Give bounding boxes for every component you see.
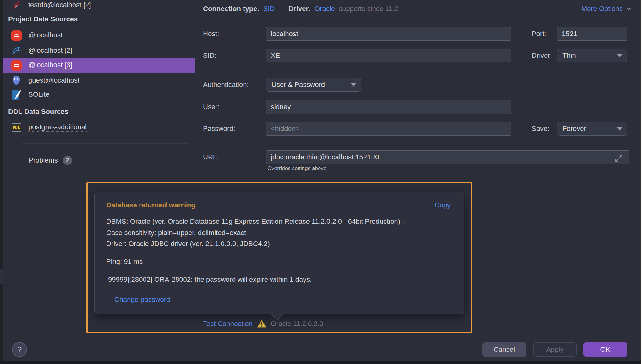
- sidebar-item-label: @localhost: [28, 31, 63, 40]
- authentication-label: Authentication:: [203, 81, 249, 89]
- url-input[interactable]: [266, 150, 629, 164]
- edge-divider: [0, 244, 3, 244]
- apply-button[interactable]: Apply: [533, 342, 577, 357]
- sidebar-item-localhost-2[interactable]: @localhost [2]: [3, 43, 195, 58]
- sidebar-item-label: postgres-additional: [28, 123, 87, 132]
- more-options-label: More Options: [581, 5, 623, 13]
- chevron-down-icon: [625, 5, 632, 12]
- window-edge-strip: [0, 0, 3, 361]
- user-label: User:: [203, 103, 220, 111]
- authentication-select[interactable]: User & Password: [266, 78, 361, 92]
- save-select-value: Forever: [562, 125, 586, 133]
- port-input[interactable]: [557, 27, 627, 41]
- warning-title: Database returned warning: [106, 201, 195, 209]
- port-label: Port:: [532, 30, 546, 38]
- driver-value-link[interactable]: Oracle: [315, 5, 335, 13]
- sidebar-divider: [22, 143, 188, 144]
- footer-divider: [3, 340, 641, 340]
- url-label: URL:: [203, 153, 219, 161]
- expand-editor-icon[interactable]: [615, 154, 623, 163]
- case-sensitivity-line: Case sensitivity: plain=upper, delimited…: [106, 227, 451, 238]
- mysql-db-icon: [11, 45, 22, 56]
- driver-select-value: Thin: [562, 51, 576, 60]
- sidebar-item-guest-localhost[interactable]: guest@localhost: [3, 73, 195, 88]
- oracle-db-icon: [11, 30, 22, 41]
- sid-label: SID:: [203, 51, 216, 60]
- sid-input[interactable]: [266, 49, 511, 62]
- test-connection-link[interactable]: Test Connection: [203, 320, 253, 328]
- connection-type-row: Connection type: SID Driver: Oracle supp…: [203, 5, 398, 13]
- host-input[interactable]: [266, 27, 511, 41]
- sidebar-item-label: SQLite: [28, 90, 49, 99]
- problems-count-badge: 2: [63, 156, 72, 165]
- sidebar-item-label: @localhost [2]: [28, 46, 72, 55]
- connection-type-value-link[interactable]: SID: [263, 5, 275, 13]
- sidebar-item-label: guest@localhost: [28, 76, 79, 84]
- more-options-button[interactable]: More Options: [581, 5, 632, 13]
- dropdown-arrow-icon: [617, 54, 622, 57]
- user-input[interactable]: [266, 100, 511, 114]
- ok-button[interactable]: OK: [583, 342, 627, 357]
- test-connection-row: Test Connection Oracle 11.2.0.2.0: [203, 319, 323, 328]
- sidebar-item-postgres-additional[interactable]: DDL postgres-additional: [3, 120, 195, 135]
- warning-triangle-icon: [257, 319, 266, 328]
- host-label: Host:: [203, 30, 219, 38]
- driver-select[interactable]: Thin: [557, 49, 627, 62]
- ping-line: Ping: 91 ms: [106, 256, 451, 267]
- warning-balloon: Database returned warning Copy DBMS: Ora…: [94, 192, 464, 314]
- save-select[interactable]: Forever: [557, 122, 627, 136]
- password-input[interactable]: [266, 122, 511, 136]
- connection-type-label: Connection type:: [203, 5, 260, 13]
- edge-divider: [0, 211, 3, 211]
- cancel-button[interactable]: Cancel: [482, 342, 526, 357]
- ora-error-line: [99999][28002] ORA-28002: the password w…: [106, 274, 451, 285]
- section-header-project-data-sources: Project Data Sources: [8, 15, 78, 23]
- problems-label: Problems: [29, 156, 58, 164]
- dropdown-arrow-icon: [351, 83, 356, 87]
- authentication-select-value: User & Password: [271, 81, 325, 89]
- help-button[interactable]: ?: [12, 342, 27, 357]
- sidebar-item-label: testdb@localhost [2]: [28, 1, 91, 9]
- dropdown-arrow-icon: [617, 127, 622, 131]
- sidebar-item-label: @localhost [3]: [28, 61, 72, 70]
- postgresql-db-icon: [11, 75, 22, 86]
- ddl-source-icon: DDL: [11, 122, 22, 133]
- sqlite-db-icon: [11, 89, 22, 101]
- copy-link[interactable]: Copy: [435, 201, 451, 209]
- sidebar-item-localhost[interactable]: @localhost: [3, 28, 195, 43]
- driver-select-label: Driver:: [532, 51, 552, 60]
- dbms-line: DBMS: Oracle (ver. Oracle Database 11g E…: [106, 216, 451, 227]
- section-header-ddl-data-sources: DDL Data Sources: [8, 108, 68, 116]
- problems-toggle[interactable]: Problems 2: [29, 156, 72, 165]
- change-password-link[interactable]: Change password: [114, 296, 451, 304]
- password-label: Password:: [203, 125, 235, 133]
- sidebar-item-testdb-localhost-2[interactable]: testdb@localhost [2]: [3, 0, 195, 12]
- mariadb-db-icon: [11, 0, 22, 11]
- help-label: ?: [17, 345, 22, 355]
- save-label: Save:: [532, 125, 549, 133]
- driver-line: Driver: Oracle JDBC driver (ver. 21.1.0.…: [106, 238, 451, 249]
- driver-label: Driver:: [288, 5, 311, 13]
- connection-status-text: Oracle 11.2.0.2.0: [271, 320, 323, 328]
- url-note: Overrides settings above: [267, 165, 326, 172]
- edge-divider: [0, 228, 3, 228]
- edge-highlight-block: [0, 269, 3, 284]
- overflow-chevron-icon: ›: [402, 218, 404, 225]
- driver-support-note: supports since 11.2: [339, 5, 398, 13]
- dialog-bottom-edge: [0, 361, 641, 364]
- sidebar-item-sqlite[interactable]: SQLite: [3, 88, 195, 102]
- oracle-db-icon: [11, 60, 22, 71]
- sidebar-item-localhost-3-selected[interactable]: @localhost [3]: [3, 58, 195, 73]
